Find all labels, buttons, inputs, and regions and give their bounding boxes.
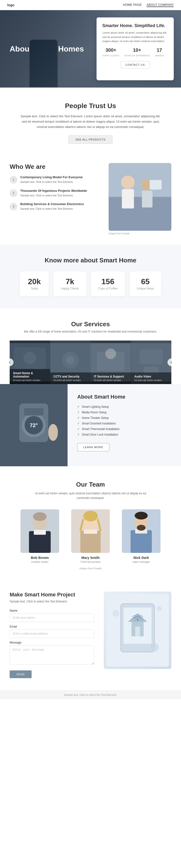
check-icon-4: ✓ <box>77 422 80 425</box>
nav-about[interactable]: ABOUT COMPANY <box>146 3 174 7</box>
who-item-2: 2 Thousands Of Ingenious Projects Worldw… <box>10 189 101 197</box>
service-1-body: Ut enim ad minim veniam. <box>13 379 47 382</box>
who-item-3-content: Building Services & Consumer Electronics… <box>20 202 84 211</box>
svg-point-40 <box>135 512 148 520</box>
feature-item-6: ✓ Smart Door Lock Installation <box>77 432 171 437</box>
team-role-mary: Chief Accountant <box>69 560 112 563</box>
svg-point-25 <box>48 424 58 441</box>
about-smart-image: 72° <box>0 384 68 466</box>
service-card-3: IT Services & Support Ut enim ad minim v… <box>90 341 131 384</box>
service-4-body: Ut enim ad minim veniam. <box>135 379 168 382</box>
hero-card-body: Lorem ipsum dolor sit amet, consectetur … <box>102 31 168 43</box>
service-card-1: Smart Home & Automation Ut enim ad minim… <box>10 341 50 384</box>
service-2-info: CCTV and Security Ut enim ad minim venia… <box>50 372 91 384</box>
team-photo-mary <box>71 509 110 553</box>
see-all-products-button[interactable]: SEE ALL PRODUCTS <box>69 135 112 144</box>
about-smart-heading: About Smart Home <box>77 394 171 400</box>
stat-ideas-number: 65 <box>137 277 154 286</box>
who-we-are-section: Who We are 1 Contemporary Living Model F… <box>0 153 181 245</box>
services-row: Smart Home & Automation Ut enim ad minim… <box>10 341 171 384</box>
email-input[interactable] <box>10 629 94 638</box>
name-input[interactable] <box>10 613 94 622</box>
stat-coffee: 156 Cups of Coffee <box>91 271 125 296</box>
stat-label-awards: AWARDS <box>155 54 164 57</box>
team-name-nick: Nick Dark <box>119 556 163 560</box>
team-photo-nick <box>122 509 160 553</box>
stat-number-clients: 300+ <box>102 48 119 53</box>
svg-text:72°: 72° <box>30 422 38 428</box>
our-services-heading: Our Services <box>10 320 171 328</box>
who-we-are-heading: Who We are <box>10 163 101 170</box>
team-member-nick: Nick Dark sales manager <box>119 509 163 563</box>
svg-point-30 <box>33 512 46 521</box>
slider-arrow-right[interactable]: › <box>168 359 175 366</box>
feature-list: ✓ Smart Lighting Setup ✓ Media Room Setu… <box>77 404 171 437</box>
hero-card: Smarter Home. Simplified Life. Lorem ips… <box>97 18 174 80</box>
nav-links: HOME PAGE ABOUT COMPANY <box>123 3 174 7</box>
who-item-1-content: Contemporary Living Model For Everyone S… <box>20 175 83 184</box>
who-item-3-title: Building Services & Consumer Electronics <box>20 202 84 206</box>
service-2-body: Ut enim ad minim veniam. <box>53 379 87 382</box>
who-icon-1: 1 <box>10 176 17 184</box>
service-4-info: Audio Video Ut enim ad minim veniam. <box>131 372 172 384</box>
stat-number-awards: 17 <box>155 48 164 53</box>
team-name-bob: Bob Brown <box>18 556 62 560</box>
service-3-body: Ut enim ad minim veniam. <box>94 379 128 382</box>
who-item-1-title: Contemporary Living Model For Everyone <box>20 175 83 179</box>
nav-home[interactable]: HOME PAGE <box>123 3 142 7</box>
stat-coffee-label: Cups of Coffee <box>98 287 117 290</box>
svg-rect-24 <box>24 408 43 415</box>
who-item-3-body: Sample text. Click to select the Text El… <box>20 207 84 211</box>
know-more-section: Know more about Smart Home 20k Tasks 7k … <box>0 245 181 308</box>
service-card-4: Audio Video Ut enim ad minim veniam. <box>131 341 172 384</box>
logo: logo <box>7 3 14 7</box>
feature-item-1: ✓ Smart Lighting Setup <box>77 404 171 409</box>
service-4-title: Audio Video <box>135 375 168 378</box>
check-icon-5: ✓ <box>77 427 80 431</box>
check-icon-6: ✓ <box>77 433 80 436</box>
stat-tasks-number: 20k <box>27 277 41 286</box>
send-button[interactable]: SEND <box>10 671 32 678</box>
services-slider: ‹ Smart Home & Automation Ut enim ad min… <box>10 341 171 384</box>
svg-rect-6 <box>150 180 162 190</box>
stat-clients-label: Happy Clients <box>61 287 79 290</box>
know-more-heading: Know more about Smart Home <box>10 257 171 264</box>
slider-arrow-left[interactable]: ‹ <box>6 359 13 366</box>
who-we-are-left: Who We are 1 Contemporary Living Model F… <box>10 163 101 235</box>
who-item-1-body: Sample text. Click to select the Text El… <box>20 180 83 184</box>
svg-point-50 <box>112 610 119 617</box>
about-smart-image-bg: 72° <box>0 384 68 466</box>
our-team-subtitle: Ut enim ad minim veniam, quis nostrud ex… <box>30 491 151 500</box>
who-item-2-content: Thousands Of Ingenious Projects Worldwid… <box>20 189 87 197</box>
svg-point-2 <box>121 176 135 189</box>
message-group: Message <box>10 641 94 665</box>
contact-us-button[interactable]: CONTACT US <box>120 61 150 68</box>
project-image-box <box>104 592 171 669</box>
service-1-title: Smart Home & Automation <box>13 371 47 378</box>
stat-clients: 7k Happy Clients <box>53 271 86 296</box>
name-group: Name <box>10 609 94 622</box>
project-form-heading: Make Smart Home Project <box>10 592 94 598</box>
learn-more-button[interactable]: LEARN MORE <box>77 443 109 451</box>
stat-clients-number: 7k <box>61 277 79 286</box>
phone-screen <box>30 40 57 87</box>
svg-point-41 <box>137 525 146 531</box>
hero-section: About Smart Homes Smarter Home. Simplifi… <box>0 10 181 88</box>
feature-item-5: ✓ Smart Thermostat Installation <box>77 426 171 432</box>
team-member-bob: Bob Brown creative leader <box>18 509 62 563</box>
navigation: logo HOME PAGE ABOUT COMPANY <box>0 0 181 10</box>
check-icon-2: ✓ <box>77 410 80 414</box>
people-trust-body: Sample text. Click to select the Text El… <box>18 114 163 130</box>
service-3-title: IT Services & Support <box>94 375 128 378</box>
service-3-info: IT Services & Support Ut enim ad minim v… <box>90 372 131 384</box>
svg-rect-1 <box>109 197 171 231</box>
svg-point-9 <box>24 352 36 365</box>
stat-years: 10+ YEARS OF EXPERIENCE <box>124 48 150 57</box>
svg-rect-38 <box>131 530 152 553</box>
about-smart-content: About Smart Home ✓ Smart Lighting Setup … <box>68 384 181 466</box>
message-input[interactable] <box>10 645 94 664</box>
service-card-2: CCTV and Security Ut enim ad minim venia… <box>50 341 91 384</box>
who-image-bg <box>109 163 171 231</box>
who-icon-3: 3 <box>10 203 17 210</box>
message-label: Message <box>10 641 94 644</box>
